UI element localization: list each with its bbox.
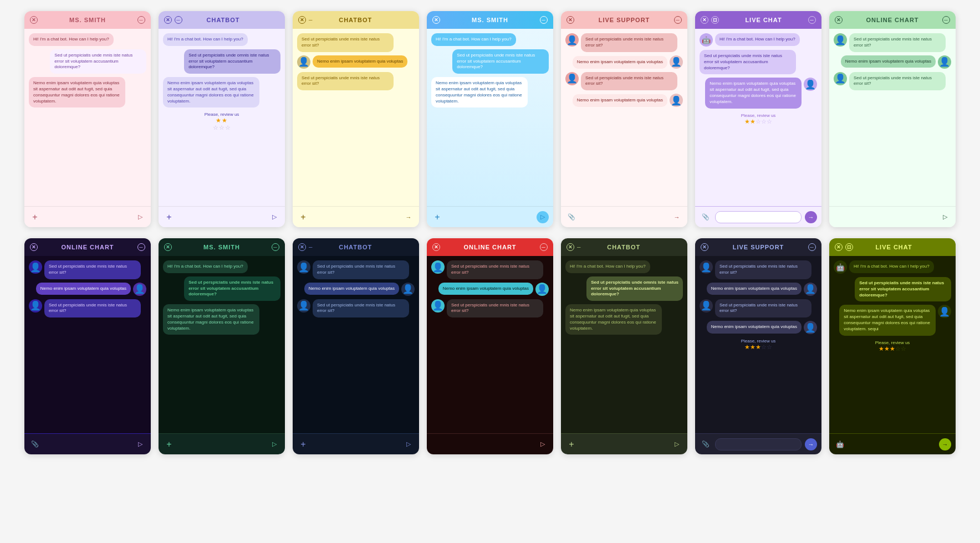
send-button[interactable] bbox=[268, 211, 280, 223]
header-left-icons[interactable]: ✕ bbox=[30, 243, 38, 251]
add-button[interactable]: + bbox=[163, 438, 175, 450]
close-icon[interactable]: ✕ bbox=[30, 16, 38, 24]
send-button[interactable]: → bbox=[805, 211, 817, 223]
close-icon[interactable]: ✕ bbox=[30, 243, 38, 251]
send-button[interactable] bbox=[671, 438, 683, 450]
clip-button[interactable]: 📎 bbox=[700, 211, 712, 223]
header-right-icons[interactable]: ─ bbox=[540, 243, 548, 251]
chat-window-5: ✕ LIVE SUPPORT ─ 👤 Sed ut perspiciatis u… bbox=[561, 11, 687, 227]
header-right-icons[interactable]: ─ bbox=[137, 16, 145, 24]
close-icon[interactable]: ✕ bbox=[701, 243, 708, 251]
minimize-icon[interactable]: ─ bbox=[272, 243, 279, 251]
close-icon[interactable]: ✕ bbox=[432, 243, 440, 251]
close-icon[interactable]: ✕ bbox=[566, 243, 574, 251]
bot-avatar: 👤 bbox=[431, 260, 445, 274]
close-icon[interactable]: ✕ bbox=[298, 243, 306, 251]
header-right-icons[interactable]: ─ bbox=[540, 16, 548, 24]
message: Nemo enim ipsam voluptatem quia voluptas bbox=[573, 56, 667, 69]
header-left-icons[interactable]: ✕ bbox=[432, 243, 440, 251]
footer-14: 🤖 → bbox=[829, 433, 956, 454]
header-left-icons[interactable]: ✕ ─ bbox=[298, 16, 313, 24]
footer-7 bbox=[829, 206, 956, 227]
header-left-icons[interactable]: ✕ bbox=[30, 16, 38, 24]
add-button[interactable]: + bbox=[163, 211, 175, 223]
header-left-icons[interactable]: ✕ bbox=[432, 16, 440, 24]
minimize-icon[interactable]: ─ bbox=[808, 16, 816, 24]
message-with-avatar: Nemo enim ipsam voluptatem quia voluptas… bbox=[431, 283, 549, 296]
header-right-icons[interactable]: ─ bbox=[808, 243, 816, 251]
add-button[interactable]: + bbox=[431, 211, 443, 223]
send-button[interactable] bbox=[939, 211, 951, 223]
clip-button[interactable]: 📎 bbox=[565, 211, 578, 223]
message-with-avatar: 👤 Sed ut perspiciatis unde mnis iste nat… bbox=[834, 72, 951, 91]
minimize-icon[interactable]: ─ bbox=[137, 16, 145, 24]
header-left-icons[interactable]: ✕ bbox=[164, 243, 172, 251]
close-icon[interactable]: ✕ bbox=[566, 16, 574, 24]
expand-icon[interactable]: ⊡ bbox=[845, 243, 853, 251]
clip-button[interactable]: 📎 bbox=[700, 438, 712, 450]
send-button[interactable] bbox=[134, 211, 146, 223]
header-7: ✕ ONLINE CHART ─ bbox=[829, 11, 956, 29]
message: Sed ut perspiciatis unde mnis iste natus… bbox=[581, 33, 677, 52]
bot-avatar: 👤 bbox=[565, 33, 579, 47]
minimize-icon[interactable]: ─ bbox=[309, 17, 313, 23]
close-icon[interactable]: ✕ bbox=[164, 16, 172, 24]
send-button[interactable] bbox=[537, 438, 549, 450]
message-with-avatar: Nemo enim ipsam voluptatem quia voluptas… bbox=[29, 283, 146, 296]
header-left-icons[interactable]: ✕ bbox=[701, 243, 708, 251]
send-button[interactable] bbox=[402, 438, 415, 450]
user-avatar: 👤 bbox=[670, 94, 683, 107]
header-left-icons[interactable]: ✕ bbox=[566, 16, 574, 24]
add-button[interactable]: + bbox=[297, 211, 309, 223]
window-title: CHATBOT bbox=[339, 244, 372, 250]
close-icon[interactable]: ✕ bbox=[298, 16, 306, 24]
minimize-icon[interactable]: ─ bbox=[808, 243, 816, 251]
expand-icon[interactable]: ⊡ bbox=[711, 16, 719, 24]
minimize-icon[interactable]: ─ bbox=[309, 244, 313, 250]
minimize-icon[interactable]: ─ bbox=[942, 16, 950, 24]
footer-9: + bbox=[159, 433, 285, 454]
header-left-icons[interactable]: ✕ bbox=[835, 16, 843, 24]
header-left-icons[interactable]: ✕ ─ bbox=[566, 243, 581, 251]
header-left-icons[interactable]: ✕ ─ bbox=[298, 243, 313, 251]
minimize-icon[interactable]: ─ bbox=[137, 243, 145, 251]
send-button[interactable]: → bbox=[671, 211, 683, 223]
send-button[interactable] bbox=[134, 438, 146, 450]
minimize-icon[interactable]: ─ bbox=[175, 16, 182, 24]
user-avatar: 👤 bbox=[804, 321, 817, 334]
close-icon[interactable]: ✕ bbox=[432, 16, 440, 24]
send-button[interactable]: ▷ bbox=[537, 211, 549, 223]
close-icon[interactable]: ✕ bbox=[701, 16, 708, 24]
add-button[interactable]: + bbox=[29, 211, 41, 223]
header-right-icons[interactable]: ─ bbox=[674, 16, 682, 24]
header-left-icons[interactable]: ✕ ⊡ bbox=[701, 16, 719, 24]
send-button[interactable]: → bbox=[402, 211, 415, 223]
header-right-icons[interactable]: ─ bbox=[137, 243, 145, 251]
minimize-icon[interactable]: ─ bbox=[540, 16, 548, 24]
minimize-icon[interactable]: ─ bbox=[577, 244, 581, 250]
message: Nemo enim ipsam voluptatem quia voluptas bbox=[707, 283, 802, 295]
add-button[interactable]: + bbox=[297, 438, 309, 450]
header-left-icons[interactable]: ✕ ─ bbox=[164, 16, 182, 24]
message-input[interactable] bbox=[715, 211, 802, 223]
robot-icon[interactable]: 🤖 bbox=[834, 438, 846, 450]
message: Nemo enim ipsam voluptatem quia voluptas bbox=[841, 55, 936, 68]
close-icon[interactable]: ✕ bbox=[835, 243, 843, 251]
close-icon[interactable]: ✕ bbox=[835, 16, 843, 24]
header-right-icons[interactable]: ─ bbox=[942, 16, 950, 24]
clip-button[interactable]: 📎 bbox=[29, 438, 41, 450]
header-14: ✕ ⊡ LIVE CHAT bbox=[829, 238, 956, 256]
message-input[interactable] bbox=[715, 438, 802, 450]
minimize-icon[interactable]: ─ bbox=[540, 243, 548, 251]
user-avatar: 👤 bbox=[670, 55, 683, 69]
header-right-icons[interactable]: ─ bbox=[272, 243, 279, 251]
send-button[interactable]: → bbox=[939, 438, 951, 450]
add-button[interactable]: + bbox=[565, 438, 578, 450]
message: Sed ut perspiciatis unde mnis iste natus… bbox=[452, 49, 549, 74]
header-right-icons[interactable]: ─ bbox=[808, 16, 816, 24]
minimize-icon[interactable]: ─ bbox=[674, 16, 682, 24]
header-left-icons[interactable]: ✕ ⊡ bbox=[835, 243, 853, 251]
send-button[interactable] bbox=[268, 438, 280, 450]
send-button[interactable]: → bbox=[805, 438, 817, 450]
close-icon[interactable]: ✕ bbox=[164, 243, 172, 251]
